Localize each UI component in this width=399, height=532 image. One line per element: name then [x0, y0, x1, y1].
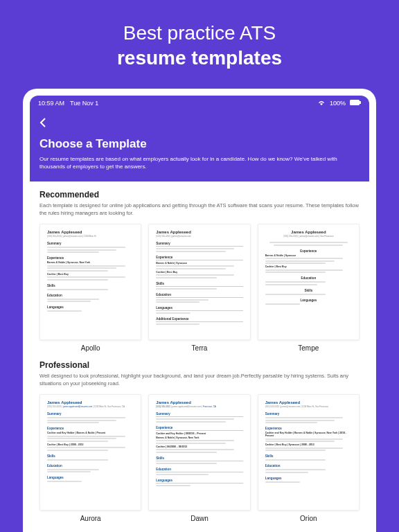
template-aurora[interactable]: James Appleseed (555) 555-5555 | james.a…	[39, 394, 141, 528]
section-title-recommended: Recommended	[39, 190, 360, 200]
page-title: Choose a Template	[39, 137, 360, 151]
page-description: Our resume templates are based on what e…	[39, 155, 360, 170]
template-label: Dawn	[190, 515, 209, 522]
template-label: Terra	[192, 344, 208, 352]
template-label: Apollo	[81, 344, 100, 352]
template-terra[interactable]: James Appleseed (555) 555-5555 | james@r…	[148, 224, 250, 357]
template-preview: James Appleseed (555) 555-5555 | james@r…	[39, 224, 141, 340]
tablet-frame: 10:59 AM Tue Nov 1 100% Choose	[23, 89, 376, 532]
section-desc-professional: Well designed to look professional, high…	[39, 373, 360, 387]
template-apollo[interactable]: James Appleseed (555) 555-5555 | james@r…	[39, 224, 141, 357]
template-dawn[interactable]: James Appleseed (555) 555-5555 | james.a…	[148, 394, 250, 528]
svg-rect-1	[360, 101, 361, 104]
status-bar: 10:59 AM Tue Nov 1 100%	[30, 96, 369, 112]
section-desc-recommended: Each template is designed for online job…	[39, 202, 360, 217]
template-preview: James Appleseed (555) 555-5555 | james@r…	[258, 224, 360, 340]
template-label: Aurora	[80, 515, 101, 522]
template-preview: James Appleseed (555) 555-5555 | james@r…	[148, 224, 250, 340]
wifi-icon	[317, 100, 326, 107]
battery-percent: 100%	[330, 100, 346, 107]
hero-title: Best practice ATS resume templates	[14, 21, 385, 71]
back-button[interactable]	[39, 117, 46, 132]
template-label: Tempe	[298, 344, 319, 352]
template-preview: James Appleseed (555) 555-5555 | james@r…	[258, 394, 360, 511]
battery-icon	[350, 100, 361, 107]
template-preview: James Appleseed (555) 555-5555 | james.a…	[39, 394, 141, 511]
svg-rect-0	[350, 100, 360, 105]
template-preview: James Appleseed (555) 555-5555 | james.a…	[148, 394, 250, 511]
app-header: Choose a Template Our resume templates a…	[30, 112, 369, 181]
section-title-professional: Professional	[39, 360, 360, 370]
template-orion[interactable]: James Appleseed (555) 555-5555 | james@r…	[258, 394, 360, 528]
status-time: 10:59 AM	[38, 100, 64, 107]
status-date: Tue Nov 1	[70, 100, 98, 107]
template-label: Orion	[300, 515, 317, 522]
template-tempe[interactable]: James Appleseed (555) 555-5555 | james@r…	[258, 224, 360, 357]
